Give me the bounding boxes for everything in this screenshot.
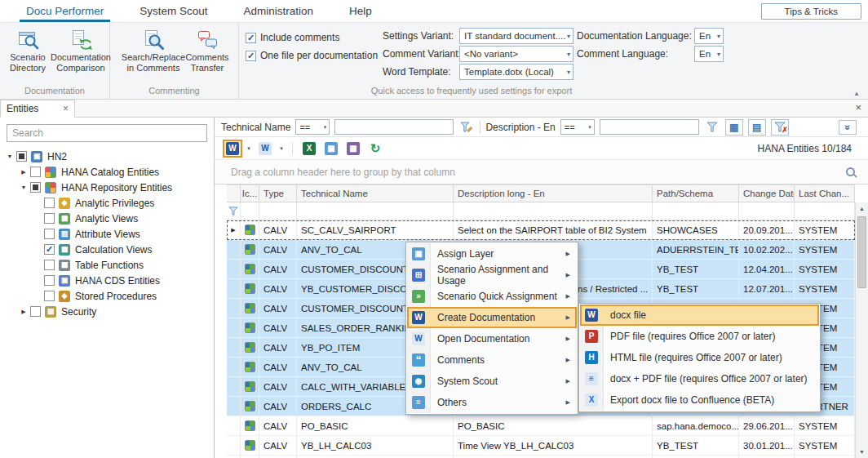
submenu-item-export-docx-file-to-confluence-beta[interactable]: XExport docx file to Confluence (BETA): [580, 389, 819, 411]
filter-layout-button[interactable]: ▤: [748, 119, 766, 136]
scroll-down-button[interactable]: ▼: [856, 446, 868, 458]
refresh-button[interactable]: ↻: [365, 140, 385, 158]
tree-checkbox[interactable]: [44, 213, 55, 224]
context-menu-item-create-documentation[interactable]: WCreate Documentation▶: [407, 307, 577, 328]
tree-checkbox[interactable]: [44, 260, 55, 270]
column-header-description-long-en[interactable]: Description long - En: [454, 185, 653, 202]
tree-checkbox[interactable]: [30, 167, 41, 177]
scenario-directory-button[interactable]: Scenario Directory: [2, 26, 54, 73]
context-menu-item-scenario-assignment-and-usage[interactable]: ⊞Scenario Assignment and Usage▶: [407, 265, 577, 286]
context-menu-item-system-scout[interactable]: ◉System Scout▶: [407, 371, 577, 392]
checkbox-one-file-per-documentation[interactable]: ✓One file per documentation: [246, 49, 378, 62]
panel-close-icon[interactable]: ×: [855, 102, 861, 113]
tree-item-stored-procedures[interactable]: ◈Stored Procedures: [0, 288, 214, 304]
settings-variant-select[interactable]: IT standard document....▾: [459, 28, 574, 44]
tree-item-attribute-views[interactable]: ▥Attribute Views: [0, 226, 214, 242]
dropdown-caret-icon[interactable]: ▾: [277, 145, 286, 152]
filter-cell[interactable]: [454, 202, 653, 220]
ribbon-collapse-button[interactable]: ▴: [850, 89, 863, 97]
submenu-item-docx-file[interactable]: Wdocx file: [580, 305, 819, 326]
menu-item-administration[interactable]: Administration: [226, 0, 332, 22]
grid-row-yb-lh-calc03[interactable]: CALVYB_LH_CALC03Time View YB_LH_CALC03YB…: [227, 436, 855, 456]
checkbox-include-comments[interactable]: ✓Include comments: [246, 31, 339, 44]
collapse-arrow-icon[interactable]: ▼: [17, 185, 30, 190]
search-replace-in-comments-button[interactable]: Search/Replace in Comments: [126, 26, 180, 73]
tab-entities[interactable]: Entities ×: [0, 100, 75, 118]
filter-cell[interactable]: [795, 202, 855, 220]
tree-item-hana-cds-entities[interactable]: ▣HANA CDS Entities: [0, 273, 214, 288]
menu-item-help[interactable]: Help: [331, 0, 390, 22]
menu-item-docu-performer[interactable]: Docu Performer: [8, 0, 122, 22]
tree-item-hn2[interactable]: ▼▣HN2: [0, 149, 214, 164]
export-excel-button[interactable]: X: [299, 140, 319, 158]
tree-item-security[interactable]: ▶▤Security: [0, 304, 214, 319]
context-menu-item-open-documentation[interactable]: WOpen Documentation▶: [407, 328, 577, 349]
column-header-last-chan[interactable]: Last Chan...: [795, 185, 855, 202]
context-menu-item-comments[interactable]: “Comments▶: [407, 349, 577, 371]
tree-item-calculation-views[interactable]: ✓▦Calculation Views: [0, 242, 214, 257]
column-header-type[interactable]: Type: [259, 185, 297, 202]
comment-variant-select[interactable]: <No variant>▾: [459, 46, 574, 62]
dropdown-caret-icon[interactable]: ▾: [245, 145, 253, 152]
tree-checkbox[interactable]: [44, 291, 55, 301]
filter-grid-button[interactable]: ▦: [725, 119, 743, 136]
open-documentation-button[interactable]: W: [255, 140, 275, 158]
column-header-technical-name[interactable]: Technical Name: [297, 185, 454, 202]
technical-name-filter-input[interactable]: [334, 119, 454, 135]
expand-arrow-icon[interactable]: ▶: [17, 169, 30, 176]
tab-close-icon[interactable]: ×: [63, 104, 69, 113]
tree-item-analytic-views[interactable]: ▦Analytic Views: [0, 211, 214, 226]
description-filter-input[interactable]: [600, 119, 699, 135]
tree-item-table-functions[interactable]: ▦Table Functions: [0, 257, 214, 273]
scrollbar-thumb[interactable]: [857, 216, 866, 288]
tree-checkbox[interactable]: [16, 151, 27, 162]
expand-arrow-icon[interactable]: ▶: [17, 309, 30, 315]
tree-checkbox[interactable]: [44, 229, 55, 239]
grid-transfer-button[interactable]: ▦: [343, 140, 363, 158]
filter-cell[interactable]: [297, 202, 454, 220]
menu-item-system-scout[interactable]: System Scout: [122, 0, 225, 22]
tree-checkbox[interactable]: [30, 306, 41, 317]
filter-cell[interactable]: [653, 202, 739, 220]
comments-transfer-button[interactable]: Comments Transfer: [180, 26, 234, 73]
filter-funnel-icon[interactable]: [704, 122, 720, 132]
scroll-up-button[interactable]: ▲: [856, 202, 868, 215]
expand-filter-button[interactable]: »: [839, 120, 857, 135]
tips-and-tricks-button[interactable]: Tips & Tricks: [761, 3, 861, 20]
submenu-item-pdf-file-requires-office-2007-or-later[interactable]: PPDF file (requires Office 2007 or later…: [580, 326, 819, 347]
search-input[interactable]: [7, 124, 207, 142]
column-header-ic[interactable]: Ic...: [241, 185, 259, 202]
tree-checkbox[interactable]: [30, 182, 41, 193]
comment-language-select[interactable]: En▾: [694, 46, 724, 62]
context-menu-item-assign-layer[interactable]: ▣Assign Layer▶: [407, 243, 577, 265]
context-menu-item-others[interactable]: ≡Others▶: [407, 392, 577, 413]
filter-cell[interactable]: [241, 202, 259, 220]
tree-item-analytic-privileges[interactable]: ◆Analytic Privileges: [0, 195, 214, 211]
technical-name-operator-select[interactable]: == ▾: [295, 119, 330, 135]
export-docx-button[interactable]: W: [223, 140, 242, 158]
vertical-scrollbar[interactable]: ▲ ▼: [855, 202, 868, 458]
collapse-arrow-icon[interactable]: ▼: [3, 153, 16, 159]
grid-layout-button[interactable]: ▦: [321, 140, 341, 158]
submenu-item-docx-pdf-file-requires-office-2007-or-later[interactable]: ≡docx + PDF file (requires Office 2007 o…: [580, 368, 819, 389]
context-menu-item-scenario-quick-assignment[interactable]: »Scenario Quick Assignment▶: [407, 286, 577, 307]
documentation-language-select[interactable]: En▾: [694, 28, 724, 44]
filter-cell[interactable]: [739, 202, 795, 220]
group-by-bar[interactable]: Drag a column header here to group by th…: [215, 160, 868, 185]
tree-item-hana-catalog-entities[interactable]: ▶HANA Catalog Entities: [0, 164, 214, 180]
tree-checkbox[interactable]: [44, 275, 55, 286]
grid-search-icon[interactable]: [846, 167, 855, 176]
tree-checkbox[interactable]: ✓: [44, 244, 55, 255]
filter-edit-icon[interactable]: [458, 122, 475, 132]
column-header-change-date[interactable]: Change Date: [739, 185, 795, 202]
grid-row-po-basic[interactable]: CALVPO_BASICPO_BASICsap.hana.democo...29…: [227, 416, 855, 436]
word-template-select[interactable]: Template.dotx (Local)▾: [459, 64, 574, 80]
tree-checkbox[interactable]: [44, 198, 55, 208]
submenu-item-html-file-requires-office-2007-or-later[interactable]: HHTML file (requires Office 2007 or late…: [580, 347, 819, 368]
column-header-path-schema[interactable]: Path/Schema: [653, 185, 739, 202]
documentation-comparison-button[interactable]: Documentation Comparison: [54, 26, 108, 73]
tree-item-hana-repository-entities[interactable]: ▼HANA Repository Entities: [0, 180, 214, 195]
description-operator-select[interactable]: == ▾: [560, 119, 595, 135]
grid-row-sc-calv-sairport[interactable]: ▶CALVSC_CALV_SAIRPORTSelect on the SAIRP…: [227, 220, 855, 240]
filter-cell[interactable]: [259, 202, 297, 220]
